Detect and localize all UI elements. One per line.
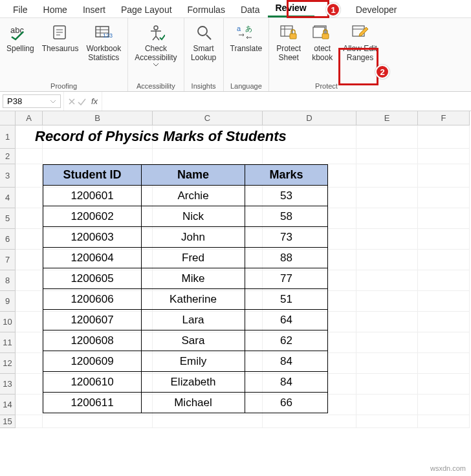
smart-lookup-button[interactable]: Smart Lookup [187, 19, 221, 65]
row-header[interactable]: 10 [0, 312, 16, 332]
protect-sheet-button[interactable]: Protect Sheet [272, 19, 305, 65]
name-box[interactable]: P38 [3, 94, 61, 108]
cell[interactable] [356, 415, 418, 428]
spelling-button[interactable]: abc Spelling [3, 19, 38, 56]
cell[interactable] [356, 164, 418, 188]
cell[interactable] [356, 250, 418, 270]
protect-workbook-button[interactable]: otect kbook [305, 19, 339, 65]
header-marks[interactable]: Marks [245, 165, 328, 186]
cell[interactable] [43, 415, 153, 428]
row-header[interactable]: 14 [0, 395, 16, 415]
row-header[interactable]: 5 [0, 208, 16, 229]
cell[interactable] [16, 415, 43, 428]
column-header[interactable]: A [16, 111, 43, 125]
cell[interactable] [418, 332, 470, 353]
cell-marks[interactable]: 64 [245, 310, 328, 330]
cell[interactable] [418, 125, 470, 149]
tab-insert[interactable]: Insert [75, 2, 113, 17]
cell-name[interactable]: Katherine [142, 289, 245, 310]
sheet-title[interactable]: Record of Physics Marks of Students [16, 125, 328, 149]
cell-marks[interactable]: 88 [245, 248, 328, 268]
cell[interactable] [418, 415, 470, 428]
cell-marks[interactable]: 51 [245, 289, 328, 310]
row-header[interactable]: 13 [0, 374, 16, 395]
enter-icon[interactable] [77, 98, 86, 105]
column-header[interactable]: B [43, 111, 153, 125]
column-header[interactable]: D [263, 111, 356, 125]
cell[interactable] [356, 291, 418, 312]
column-header[interactable]: E [356, 111, 418, 125]
cell-id[interactable]: 1200608 [43, 330, 142, 351]
cell-name[interactable]: Nick [142, 206, 245, 227]
tab-home[interactable]: Home [36, 2, 75, 17]
row-header[interactable]: 2 [0, 149, 16, 164]
cell[interactable] [418, 149, 470, 164]
header-name[interactable]: Name [142, 165, 245, 186]
cell-id[interactable]: 1200607 [43, 310, 142, 330]
cell-name[interactable]: Lara [142, 310, 245, 330]
row-header[interactable]: 7 [0, 250, 16, 270]
tab-file[interactable]: File [5, 2, 36, 17]
row-header[interactable]: 8 [0, 270, 16, 291]
cell-name[interactable]: Michael [142, 393, 245, 413]
row-header[interactable]: 15 [0, 415, 16, 428]
row-header[interactable]: 12 [0, 353, 16, 374]
cell-id[interactable]: 1200610 [43, 372, 142, 393]
tab-view-fragment[interactable]: ew [314, 2, 348, 17]
tab-page-layout[interactable]: Page Layout [113, 2, 180, 17]
cell[interactable] [418, 164, 470, 188]
cell[interactable] [263, 415, 356, 428]
cell-id[interactable]: 1200601 [43, 186, 142, 206]
cell-marks[interactable]: 73 [245, 227, 328, 248]
column-header[interactable]: F [418, 111, 470, 125]
cell[interactable] [356, 312, 418, 332]
cell-name[interactable]: Emily [142, 351, 245, 372]
cell-id[interactable]: 1200606 [43, 289, 142, 310]
cell-name[interactable]: Elizabeth [142, 372, 245, 393]
allow-edit-ranges-button[interactable]: Allow Edit Ranges [339, 19, 381, 65]
check-accessibility-button[interactable]: Check Accessibility [131, 19, 181, 69]
cell[interactable] [356, 229, 418, 250]
cell-marks[interactable]: 62 [245, 330, 328, 351]
cell-id[interactable]: 1200609 [43, 351, 142, 372]
cell-id[interactable]: 1200611 [43, 393, 142, 413]
row-header[interactable]: 3 [0, 164, 16, 188]
thesaurus-button[interactable]: Thesaurus [38, 19, 83, 56]
cell-marks[interactable]: 84 [245, 372, 328, 393]
cell-marks[interactable]: 77 [245, 268, 328, 289]
cell[interactable] [418, 270, 470, 291]
row-header[interactable]: 4 [0, 188, 16, 208]
cell[interactable] [418, 312, 470, 332]
tab-review[interactable]: Review [268, 0, 314, 17]
select-all-corner[interactable] [0, 111, 16, 125]
cell[interactable] [418, 229, 470, 250]
cell-id[interactable]: 1200605 [43, 268, 142, 289]
header-student-id[interactable]: Student ID [43, 165, 142, 186]
cell[interactable] [356, 208, 418, 229]
cell-name[interactable]: Mike [142, 268, 245, 289]
cell[interactable] [153, 415, 263, 428]
chevron-down-icon[interactable] [50, 100, 56, 103]
cell-name[interactable]: John [142, 227, 245, 248]
cell-id[interactable]: 1200602 [43, 206, 142, 227]
cell[interactable] [356, 395, 418, 415]
row-header[interactable]: 1 [0, 125, 16, 149]
translate-button[interactable]: aあ Translate [226, 19, 267, 56]
cell-marks[interactable]: 58 [245, 206, 328, 227]
cell[interactable] [356, 188, 418, 208]
cell[interactable] [418, 395, 470, 415]
cell[interactable] [418, 250, 470, 270]
tab-data[interactable]: Data [233, 2, 268, 17]
cell[interactable] [356, 149, 418, 164]
formula-input[interactable] [102, 100, 471, 103]
tab-developer[interactable]: Developer [348, 2, 405, 17]
cell[interactable] [418, 374, 470, 395]
cell[interactable] [418, 353, 470, 374]
row-header[interactable]: 6 [0, 229, 16, 250]
row-header[interactable]: 11 [0, 332, 16, 353]
row-header[interactable]: 9 [0, 291, 16, 312]
cell[interactable] [418, 208, 470, 229]
cell-name[interactable]: Archie [142, 186, 245, 206]
cell[interactable] [418, 291, 470, 312]
cell-marks[interactable]: 84 [245, 351, 328, 372]
